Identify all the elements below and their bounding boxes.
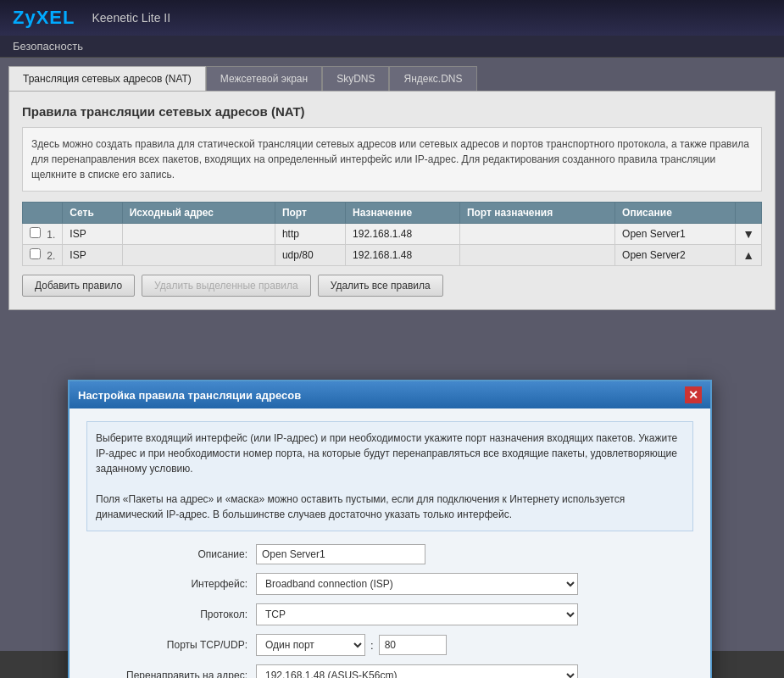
dialog-info: Выберите входящий интерфейс (или IP-адре…	[86, 421, 693, 531]
tab-skydns[interactable]: SkyDNS	[322, 66, 389, 91]
row2-arrow: ▲	[736, 245, 762, 266]
row1-num: 1.	[23, 224, 63, 245]
panel-title: Правила трансляции сетевых адресов (NAT)	[22, 104, 762, 119]
row1-arrow: ▼	[736, 224, 762, 245]
form-row-ports: Порты TCP/UDP: Один порт Диапазон портов…	[86, 634, 693, 656]
forward-control: 192.168.1.48 (ASUS-K56cm)	[256, 664, 693, 678]
dialog-title: Настройка правила трансляции адресов	[78, 389, 301, 402]
col-port: Порт	[275, 203, 345, 224]
description-control	[256, 544, 693, 564]
row2-network: ISP	[63, 245, 122, 266]
tab-firewall[interactable]: Межсетевой экран	[206, 66, 322, 91]
col-desc: Описание	[615, 203, 736, 224]
row1-desc: Open Server1	[615, 224, 736, 245]
interface-control: Broadband connection (ISP)	[256, 573, 693, 595]
row2-port: udp/80	[275, 245, 345, 266]
tab-yandex-dns[interactable]: Яндекс.DNS	[389, 66, 476, 91]
col-dest: Назначение	[346, 203, 460, 224]
interface-label: Интерфейс:	[86, 578, 256, 590]
row2-arrow-btn[interactable]: ▲	[742, 248, 754, 262]
tabs-bar: Трансляция сетевых адресов (NAT) Межсете…	[8, 66, 776, 91]
form-row-protocol: Протокол: TCP UDP	[86, 603, 693, 625]
form-row-forward: Перенаправить на адрес: 192.168.1.48 (AS…	[86, 664, 693, 678]
panel-buttons: Добавить правило Удалить выделенные прав…	[22, 275, 762, 297]
row2-dest: 192.168.1.48	[346, 245, 460, 266]
description-label: Описание:	[86, 548, 256, 560]
col-num	[23, 203, 63, 224]
ports-type-select[interactable]: Один порт Диапазон портов	[256, 634, 365, 656]
delete-selected-button[interactable]: Удалить выделенные правила	[142, 275, 311, 297]
row1-dest: 192.168.1.48	[346, 224, 460, 245]
dialog-body: Выберите входящий интерфейс (или IP-адре…	[70, 408, 710, 678]
row1-source	[122, 224, 275, 245]
row1-port: http	[275, 224, 345, 245]
interface-select[interactable]: Broadband connection (ISP)	[256, 573, 578, 595]
ports-control: Один порт Диапазон портов :	[256, 634, 693, 656]
row2-num: 2.	[23, 245, 63, 266]
main-content: Трансляция сетевых адресов (NAT) Межсете…	[0, 58, 784, 651]
row2-dest-port	[459, 245, 614, 266]
row2-checkbox[interactable]	[30, 248, 41, 259]
panel-description: Здесь можно создать правила для статичес…	[22, 127, 762, 192]
description-input[interactable]	[256, 544, 425, 564]
forward-select[interactable]: 192.168.1.48 (ASUS-K56cm)	[256, 664, 578, 678]
delete-all-button[interactable]: Удалить все правила	[318, 275, 443, 297]
header: ZyXEL Keenetic Lite II	[0, 0, 784, 36]
form-row-interface: Интерфейс: Broadband connection (ISP)	[86, 573, 693, 595]
row2-source	[122, 245, 275, 266]
col-dest-port: Порт назначения	[459, 203, 614, 224]
breadcrumb: Безопасность	[0, 36, 784, 58]
protocol-select[interactable]: TCP UDP	[256, 603, 578, 625]
col-actions	[736, 203, 762, 224]
col-network: Сеть	[63, 203, 122, 224]
protocol-label: Протокол:	[86, 609, 256, 620]
dialog-titlebar: Настройка правила трансляции адресов ✕	[70, 381, 710, 408]
table-row: 2. ISP udp/80 192.168.1.48 Open Server2 …	[23, 245, 762, 266]
tab-nat[interactable]: Трансляция сетевых адресов (NAT)	[8, 66, 206, 91]
row1-arrow-btn[interactable]: ▼	[742, 227, 754, 241]
protocol-control: TCP UDP	[256, 603, 693, 625]
model-name: Keenetic Lite II	[92, 11, 170, 25]
ports-separator: :	[370, 639, 374, 652]
dialog-close-button[interactable]: ✕	[685, 386, 702, 403]
table-row: 1. ISP http 192.168.1.48 Open Server1 ▼	[23, 224, 762, 245]
row1-dest-port	[459, 224, 614, 245]
row2-desc: Open Server2	[615, 245, 736, 266]
ports-label: Порты TCP/UDP:	[86, 639, 256, 651]
forward-label: Перенаправить на адрес:	[86, 670, 256, 678]
add-rule-button[interactable]: Добавить правило	[22, 275, 135, 297]
panel: Правила трансляции сетевых адресов (NAT)…	[8, 91, 776, 310]
col-source: Исходный адрес	[122, 203, 275, 224]
row1-checkbox[interactable]	[30, 227, 41, 238]
ports-value-input[interactable]	[379, 635, 447, 655]
row1-network: ISP	[63, 224, 122, 245]
rules-table: Сеть Исходный адрес Порт Назначение Порт…	[22, 202, 762, 266]
dialog: Настройка правила трансляции адресов ✕ В…	[68, 380, 712, 678]
form-row-description: Описание:	[86, 544, 693, 564]
logo: ZyXEL	[13, 7, 75, 29]
